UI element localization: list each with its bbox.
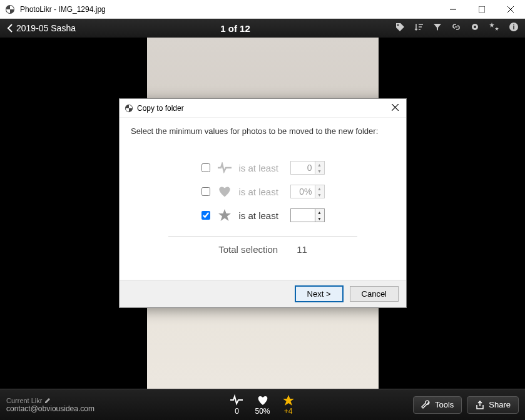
- image-counter: 1 of 12: [76, 23, 395, 34]
- star-icon: [282, 394, 295, 406]
- heart-stat[interactable]: 50%: [255, 394, 270, 416]
- dialog-footer: Next > Cancel: [120, 280, 406, 307]
- stars-icon[interactable]: [489, 22, 500, 34]
- top-navbar: 2019-05 Sasha 1 of 12 i: [0, 19, 525, 38]
- back-button[interactable]: 2019-05 Sasha: [6, 23, 76, 33]
- window-titlebar: PhotoLikr - IMG_1294.jpg: [0, 0, 525, 19]
- total-selection-value: 11: [297, 244, 307, 255]
- filter-icon[interactable]: [432, 22, 442, 34]
- dialog-titlebar: Copy to folder: [120, 99, 406, 118]
- contact-link[interactable]: contact@obviousidea.com: [6, 404, 177, 413]
- bottom-bar: Current Likr contact@obviousidea.com 0 5…: [0, 389, 525, 420]
- app-icon: [125, 104, 133, 113]
- app-icon: [5, 4, 15, 14]
- heart-spinner-down[interactable]: ▼: [315, 192, 324, 198]
- pulse-spinner[interactable]: 0 ▲▼: [290, 161, 325, 175]
- star-checkbox[interactable]: [201, 211, 210, 220]
- heart-spinner-up[interactable]: ▲: [315, 185, 324, 192]
- svg-text:i: i: [512, 23, 514, 31]
- heart-label: is at least: [239, 187, 284, 197]
- svg-point-10: [474, 26, 476, 28]
- info-icon[interactable]: i: [509, 22, 519, 34]
- sort-icon[interactable]: [414, 22, 424, 34]
- pulse-icon: [230, 394, 243, 406]
- window-title: PhotoLikr - IMG_1294.jpg: [20, 5, 439, 14]
- heart-criterion-row: is at least 0% ▲▼: [201, 185, 325, 198]
- star-spinner-down[interactable]: ▼: [315, 215, 324, 222]
- svg-rect-2: [479, 6, 485, 13]
- wrench-icon: [421, 400, 431, 410]
- pulse-label: is at least: [239, 163, 284, 173]
- dialog-instruction: Select the minimum values for photos to …: [131, 126, 395, 136]
- next-button[interactable]: Next >: [295, 285, 344, 302]
- star-spinner[interactable]: ▲▼: [290, 208, 325, 222]
- window-maximize-button[interactable]: [467, 0, 496, 19]
- svg-point-5: [397, 24, 399, 26]
- heart-icon: [255, 394, 270, 406]
- link-icon[interactable]: [451, 22, 461, 34]
- pulse-spinner-up[interactable]: ▲: [315, 161, 324, 168]
- pulse-checkbox[interactable]: [201, 163, 210, 172]
- total-selection-label: Total selection: [218, 244, 278, 255]
- folder-name: 2019-05 Sasha: [16, 23, 76, 33]
- share-icon: [475, 400, 485, 410]
- heart-checkbox[interactable]: [201, 187, 210, 196]
- pulse-spinner-down[interactable]: ▼: [315, 168, 324, 174]
- dialog-close-button[interactable]: [389, 101, 401, 115]
- share-button[interactable]: Share: [467, 396, 519, 414]
- star-label: is at least: [239, 210, 284, 221]
- pulse-icon: [217, 162, 233, 173]
- copy-to-folder-dialog: Copy to folder Select the minimum values…: [119, 98, 407, 308]
- star-stat[interactable]: +4: [282, 394, 295, 416]
- dialog-title: Copy to folder: [137, 104, 389, 113]
- heart-spinner[interactable]: 0% ▲▼: [290, 185, 325, 198]
- star-icon: [217, 208, 233, 222]
- star-criterion-row: is at least ▲▼: [201, 208, 325, 222]
- window-minimize-button[interactable]: [439, 0, 467, 19]
- pulse-criterion-row: is at least 0 ▲▼: [201, 161, 325, 175]
- current-likr-label: Current Likr: [6, 397, 177, 404]
- gear-icon[interactable]: [470, 22, 480, 34]
- cancel-button[interactable]: Cancel: [350, 286, 399, 302]
- heart-icon: [217, 185, 233, 198]
- edit-icon[interactable]: [44, 397, 51, 404]
- divider: [168, 236, 357, 237]
- star-spinner-up[interactable]: ▲: [315, 209, 324, 215]
- tag-icon[interactable]: [395, 22, 405, 34]
- window-close-button[interactable]: [496, 0, 525, 19]
- tools-button[interactable]: Tools: [413, 396, 462, 414]
- pulse-stat[interactable]: 0: [230, 394, 243, 416]
